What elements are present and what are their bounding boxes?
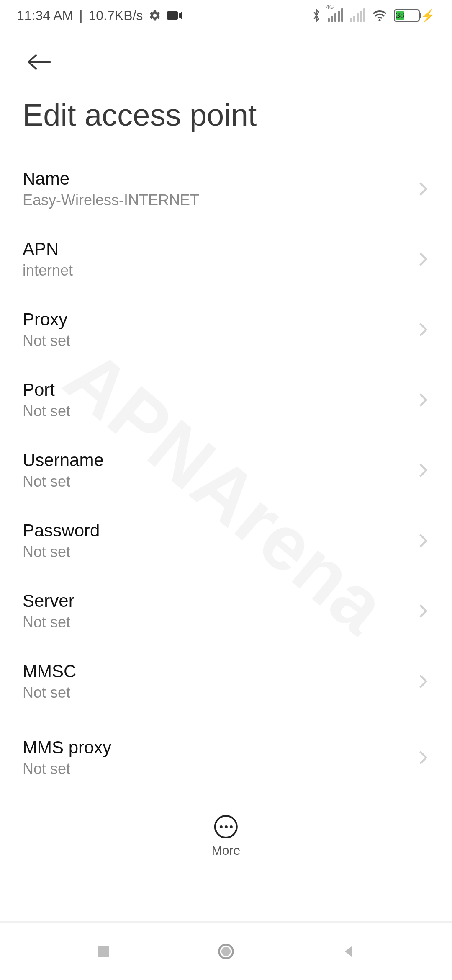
status-right: 4G 38 ⚡: [312, 8, 435, 23]
value-apn: internet: [23, 262, 73, 279]
svg-rect-3: [98, 946, 109, 957]
label-mms-proxy: MMS proxy: [23, 738, 111, 758]
label-server: Server: [23, 591, 74, 611]
sim2-signal-icon: [350, 9, 365, 22]
chevron-right-icon: [417, 601, 429, 621]
row-proxy[interactable]: Proxy Not set: [0, 294, 452, 365]
nav-back-button[interactable]: [324, 935, 374, 968]
bluetooth-icon: [312, 8, 321, 23]
chevron-right-icon: [417, 179, 429, 199]
value-server: Not set: [23, 614, 74, 631]
chevron-right-icon: [417, 672, 429, 691]
row-apn[interactable]: APN internet: [0, 224, 452, 294]
page-title: Edit access point: [0, 79, 452, 154]
svg-rect-0: [167, 11, 178, 20]
svg-point-1: [379, 19, 381, 21]
status-net-speed: 10.7KB/s: [89, 8, 143, 23]
status-divider: |: [79, 8, 82, 23]
sim1-signal-icon: 4G: [328, 9, 343, 22]
row-mms-proxy[interactable]: MMS proxy Not set: [0, 717, 452, 784]
charging-bolt-icon: ⚡: [421, 9, 435, 23]
row-port[interactable]: Port Not set: [0, 365, 452, 435]
label-mmsc: MMSC: [23, 661, 76, 681]
battery-icon: 38 ⚡: [394, 9, 435, 23]
row-mmsc[interactable]: MMSC Not set: [0, 646, 452, 717]
settings-list: APNArena Name Easy-Wireless-INTERNET APN…: [0, 154, 452, 921]
row-username[interactable]: Username Not set: [0, 435, 452, 505]
video-camera-icon: [167, 10, 182, 21]
battery-fill: 38: [396, 11, 404, 20]
value-password: Not set: [23, 543, 100, 561]
svg-point-5: [221, 947, 231, 956]
chevron-right-icon: [417, 390, 429, 410]
value-port: Not set: [23, 402, 70, 420]
value-username: Not set: [23, 473, 104, 490]
chevron-right-icon: [417, 250, 429, 269]
chevron-right-icon: [417, 461, 429, 480]
value-proxy: Not set: [23, 332, 70, 350]
label-username: Username: [23, 450, 104, 470]
label-name: Name: [23, 169, 199, 189]
value-mms-proxy: Not set: [23, 760, 111, 778]
wifi-icon: [372, 9, 387, 22]
label-proxy: Proxy: [23, 309, 70, 330]
chevron-right-icon: [417, 320, 429, 339]
more-icon: [214, 815, 238, 838]
status-time: 11:34 AM: [17, 8, 73, 23]
more-label: More: [212, 843, 240, 858]
value-mmsc: Not set: [23, 684, 76, 701]
status-left: 11:34 AM | 10.7KB/s: [17, 8, 182, 23]
label-password: Password: [23, 521, 100, 541]
status-bar: 11:34 AM | 10.7KB/s 4G 38: [0, 0, 452, 31]
system-nav-bar: [0, 921, 452, 980]
value-name: Easy-Wireless-INTERNET: [23, 191, 199, 209]
app-header: [0, 31, 452, 79]
chevron-right-icon: [417, 531, 429, 550]
more-menu[interactable]: More: [212, 815, 240, 858]
settings-gear-icon: [149, 9, 161, 22]
chevron-right-icon: [417, 748, 429, 767]
nav-home-button[interactable]: [201, 935, 251, 968]
label-port: Port: [23, 380, 70, 400]
back-button[interactable]: [23, 45, 56, 79]
row-server[interactable]: Server Not set: [0, 576, 452, 646]
label-apn: APN: [23, 239, 73, 259]
nav-recents-button[interactable]: [78, 935, 128, 968]
row-name[interactable]: Name Easy-Wireless-INTERNET: [0, 154, 452, 224]
row-password[interactable]: Password Not set: [0, 505, 452, 576]
app-body: Edit access point APNArena Name Easy-Wir…: [0, 31, 452, 921]
